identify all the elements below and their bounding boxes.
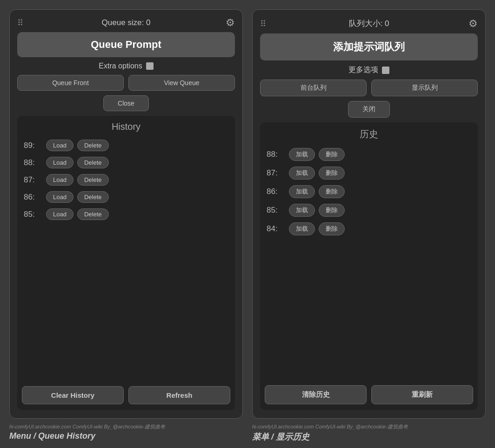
history-footer: 清除历史重刷新 [265, 385, 473, 404]
history-item: 88:加载删除 [265, 145, 470, 164]
history-item: 84:加载删除 [265, 220, 470, 238]
delete-button[interactable]: Delete [77, 174, 109, 186]
queue-actions-row: Queue FrontView Queue [17, 75, 235, 91]
close-row: Close [103, 95, 149, 111]
panel-header: ⠿队列大小: 0⚙ [260, 18, 478, 29]
history-item-number: 89: [24, 141, 42, 150]
bottom-section-left: hi-comfyUI.archcookie.com ComfyUI-wiki B… [9, 423, 243, 442]
main-area: ⠿Queue size: 0⚙Queue PromptExtra options… [0, 0, 495, 419]
delete-button[interactable]: 删除 [319, 222, 345, 235]
history-title: 历史 [265, 128, 473, 140]
extra-options-label: Extra options [99, 62, 142, 70]
queue-actions-row: 前台队列显示队列 [260, 80, 478, 96]
history-item-number: 88: [267, 150, 285, 159]
history-section: 历史88:加载删除87:加载删除86:加载删除85:加载删除84:加载删除清除历… [260, 122, 478, 410]
gear-icon[interactable]: ⚙ [468, 18, 478, 30]
bottom-link: hi-comfyUI.archcookie.com ComfyUI-wiki B… [9, 423, 243, 430]
queue-prompt-button[interactable]: 添加提示词队列 [260, 33, 478, 60]
history-item-number: 85: [267, 206, 285, 215]
bottom-section-right: hi-comfyUI.archcookie.com ComfyUI-wiki B… [252, 423, 486, 442]
history-footer: Clear HistoryRefresh [22, 386, 230, 404]
view-queue-button[interactable]: View Queue [128, 75, 235, 91]
delete-button[interactable]: 删除 [319, 204, 345, 217]
load-button[interactable]: Load [46, 208, 74, 220]
history-item: 86:加载删除 [265, 182, 470, 201]
panel-right: ⠿队列大小: 0⚙添加提示词队列更多选项前台队列显示队列关闭历史88:加载删除8… [252, 9, 486, 419]
delete-button[interactable]: 删除 [319, 148, 345, 161]
history-item: 88:LoadDelete [22, 154, 227, 171]
history-item: 85:LoadDelete [22, 206, 227, 223]
history-item-number: 86: [24, 193, 42, 202]
history-item: 87:加载删除 [265, 164, 470, 182]
queue-size-label: 队列大小: 0 [349, 18, 389, 29]
bottom-title: Menu / Queue History [9, 431, 95, 441]
clear-history-button[interactable]: 清除历史 [265, 385, 367, 404]
delete-button[interactable]: 删除 [319, 167, 345, 180]
load-button[interactable]: 加载 [289, 222, 315, 235]
history-item-number: 85: [24, 210, 42, 219]
bottom-link: hi-comfyUI.archcookie.com ComfyUI-wiki B… [252, 423, 486, 430]
extra-options-row: 更多选项 [348, 65, 389, 75]
load-button[interactable]: 加载 [289, 204, 315, 217]
delete-button[interactable]: 删除 [319, 185, 345, 198]
queue-front-button[interactable]: 前台队列 [260, 80, 367, 96]
extra-options-label: 更多选项 [348, 65, 378, 75]
drag-handle-icon[interactable]: ⠿ [260, 19, 265, 29]
clear-history-button[interactable]: Clear History [22, 386, 124, 404]
extra-options-checkbox[interactable] [382, 67, 389, 74]
panel-header: ⠿Queue size: 0⚙ [17, 18, 235, 27]
refresh-button[interactable]: Refresh [128, 386, 230, 404]
drag-handle-icon[interactable]: ⠿ [17, 18, 22, 28]
load-button[interactable]: 加载 [289, 148, 315, 161]
history-list: 89:LoadDelete88:LoadDelete87:LoadDelete8… [22, 137, 230, 381]
close-button[interactable]: Close [103, 95, 149, 111]
history-item: 87:LoadDelete [22, 171, 227, 188]
history-item: 86:LoadDelete [22, 188, 227, 206]
queue-size-label: Queue size: 0 [102, 18, 151, 27]
panel-left: ⠿Queue size: 0⚙Queue PromptExtra options… [9, 9, 243, 419]
extra-options-checkbox[interactable] [146, 62, 154, 70]
refresh-button[interactable]: 重刷新 [371, 385, 473, 404]
history-item: 89:LoadDelete [22, 137, 227, 154]
delete-button[interactable]: Delete [77, 191, 109, 203]
close-row: 关闭 [348, 101, 390, 118]
load-button[interactable]: Load [46, 157, 74, 168]
history-section: History89:LoadDelete88:LoadDelete87:Load… [17, 116, 235, 410]
load-button[interactable]: Load [46, 174, 74, 186]
extra-options-row: Extra options [99, 62, 153, 70]
load-button[interactable]: 加载 [289, 167, 315, 180]
history-item-number: 86: [267, 187, 285, 196]
history-title: History [22, 121, 230, 132]
load-button[interactable]: Load [46, 140, 74, 151]
history-item-number: 84: [267, 224, 285, 234]
gear-icon[interactable]: ⚙ [226, 17, 235, 29]
delete-button[interactable]: Delete [77, 140, 109, 151]
bottom-title: 菜单 / 显示历史 [252, 432, 309, 441]
load-button[interactable]: 加载 [289, 185, 315, 198]
view-queue-button[interactable]: 显示队列 [371, 80, 478, 96]
load-button[interactable]: Load [46, 191, 74, 203]
queue-prompt-button[interactable]: Queue Prompt [17, 32, 235, 57]
history-item: 85:加载删除 [265, 201, 470, 220]
queue-front-button[interactable]: Queue Front [17, 75, 124, 91]
close-button[interactable]: 关闭 [348, 101, 390, 118]
history-item-number: 87: [24, 175, 42, 185]
delete-button[interactable]: Delete [77, 208, 109, 220]
history-item-number: 88: [24, 158, 42, 167]
history-item-number: 87: [267, 168, 285, 178]
bottom-bar: hi-comfyUI.archcookie.com ComfyUI-wiki B… [0, 419, 495, 448]
delete-button[interactable]: Delete [77, 157, 109, 168]
history-list: 88:加载删除87:加载删除86:加载删除85:加载删除84:加载删除 [265, 145, 473, 381]
